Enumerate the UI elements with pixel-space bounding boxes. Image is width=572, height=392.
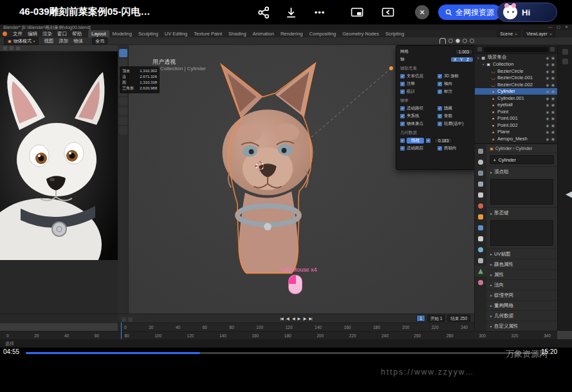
transport-button[interactable]: |◀ [281, 316, 283, 321]
tool-button[interactable] [119, 107, 127, 115]
workspace-tab[interactable]: Geometry Nodes [339, 30, 382, 37]
properties-tab[interactable] [475, 255, 486, 266]
outliner-item[interactable]: Collection [475, 61, 557, 68]
outliner-item[interactable]: Point [475, 108, 557, 115]
popup-row[interactable]: 网格 1.003 [396, 48, 477, 55]
popup-row[interactable]: 几何数据 [396, 129, 477, 136]
outliner-item[interactable]: Cylinder.001 [475, 95, 557, 102]
material-shading-icon[interactable] [463, 39, 467, 43]
collapse-icon[interactable] [490, 323, 492, 329]
properties-section[interactable]: 颜色属性 [486, 259, 557, 269]
properties-section[interactable]: 顶点组 [486, 166, 557, 207]
object-name-field[interactable]: Cylinder [490, 155, 554, 164]
visibility-icons[interactable] [546, 55, 555, 61]
properties-section[interactable]: 形态键 [486, 207, 557, 248]
window-control-icon[interactable]: ✕ [565, 24, 568, 30]
more-options-icon[interactable] [313, 5, 327, 19]
outliner-item[interactable]: Aeropo_Mesh [475, 135, 557, 142]
properties-tab[interactable] [475, 266, 486, 277]
checkbox-icon[interactable] [438, 82, 442, 86]
menu-item[interactable]: 渲染 [40, 31, 55, 37]
dog-head-model[interactable] [205, 58, 331, 285]
wireframe-shading-icon[interactable] [448, 39, 453, 43]
tool-button[interactable] [119, 49, 127, 57]
snap-icon[interactable] [439, 38, 446, 44]
checkbox-icon[interactable] [438, 122, 442, 126]
visibility-icons[interactable] [546, 82, 555, 88]
checkbox-icon[interactable] [438, 89, 442, 94]
playhead[interactable] [121, 322, 122, 339]
frame-end-field[interactable]: 结束 250 [447, 315, 470, 322]
tool-button[interactable] [119, 117, 127, 125]
outliner-item[interactable]: eyeball [475, 102, 557, 109]
outliner-search-input[interactable] [484, 47, 548, 52]
tool-button[interactable] [119, 97, 127, 106]
rendered-shading-icon[interactable] [470, 39, 474, 43]
solid-shading-icon[interactable] [456, 39, 460, 43]
properties-tab[interactable] [475, 189, 486, 200]
collapse-icon[interactable] [490, 261, 492, 267]
properties-tab[interactable] [475, 156, 486, 167]
collapse-icon[interactable] [490, 303, 492, 308]
window-control-icon[interactable]: ▢ [557, 24, 560, 30]
checkbox-icon[interactable] [426, 138, 430, 143]
workspace-tab[interactable]: Shading [225, 30, 250, 37]
scene-selector[interactable]: Scene [497, 30, 521, 37]
outliner-item[interactable]: BezierCircle [475, 68, 557, 75]
popup-row[interactable]: 轴 X Y Z [396, 55, 477, 63]
checkbox-icon[interactable] [400, 122, 405, 126]
visibility-icons[interactable] [546, 75, 555, 80]
assistant-button[interactable]: Hi [497, 3, 557, 22]
properties-tab[interactable] [475, 277, 486, 288]
sidebar-icon[interactable] [562, 59, 568, 64]
outliner-item[interactable]: 场景集合 [475, 54, 557, 61]
orientation-dropdown[interactable]: 全局 [92, 37, 107, 44]
properties-tab[interactable] [475, 233, 486, 244]
workspace-tab[interactable]: Sculpting [135, 30, 161, 37]
outliner-item[interactable]: Cylinder [475, 88, 557, 95]
frame-start-field[interactable]: 开始 1 [427, 315, 445, 322]
menu-item[interactable]: 编辑 [25, 31, 40, 37]
visibility-icons[interactable] [546, 95, 555, 101]
editor-type-icon[interactable] [477, 47, 482, 51]
properties-tab[interactable] [475, 178, 486, 189]
properties-tab[interactable] [475, 211, 486, 222]
menu-item[interactable]: 帮助 [69, 31, 84, 37]
popup-row[interactable]: 文本信息 3D 游标 [396, 72, 477, 80]
transport-button[interactable]: ◀| [286, 316, 289, 321]
properties-section[interactable]: UV贴图 [486, 248, 557, 259]
checkbox-icon[interactable] [400, 82, 405, 86]
properties-section[interactable]: 自定义属性 [486, 321, 557, 331]
tool-button[interactable] [119, 126, 127, 135]
outliner-item[interactable]: Point.002 [475, 122, 557, 129]
image-menu-icon[interactable] [16, 46, 20, 50]
transport-button[interactable]: |▶ [303, 316, 306, 321]
transport-button[interactable]: ▶ [298, 316, 300, 321]
search-resources-button[interactable]: 全网搜资源 [438, 5, 501, 20]
workspace-tab[interactable]: Modeling [109, 30, 135, 37]
transport-button[interactable]: ▶| [309, 316, 311, 321]
properties-tab[interactable] [475, 244, 486, 255]
outliner-item[interactable]: Point.001 [475, 115, 557, 122]
visibility-icons[interactable] [546, 115, 555, 121]
checkbox-icon[interactable] [400, 138, 405, 143]
checkbox-icon[interactable] [400, 106, 405, 111]
visibility-icons[interactable] [546, 61, 555, 67]
properties-section[interactable]: 属性 [486, 269, 557, 279]
checkbox-icon[interactable] [400, 89, 405, 94]
pip-icon[interactable] [350, 5, 364, 19]
blender-logo-icon[interactable] [3, 32, 7, 36]
timeline-ruler[interactable]: 020406080100120140160180200220240 [118, 322, 474, 331]
popup-row[interactable]: 线框 0.183 [396, 136, 477, 144]
image-menu-icon[interactable] [10, 46, 14, 50]
collapse-icon[interactable] [490, 272, 492, 277]
share-icon[interactable] [256, 5, 270, 19]
visibility-icons[interactable] [546, 88, 555, 94]
viewport-menu-item[interactable]: 视图 [41, 38, 56, 44]
cast-icon[interactable] [381, 5, 395, 19]
popup-row[interactable]: 辅助元素 [396, 64, 477, 72]
visibility-icons[interactable] [546, 68, 555, 74]
playlist-toggle-icon[interactable] [566, 188, 572, 200]
visibility-icons[interactable] [546, 129, 555, 135]
transport-button[interactable]: ◀ [292, 316, 295, 321]
